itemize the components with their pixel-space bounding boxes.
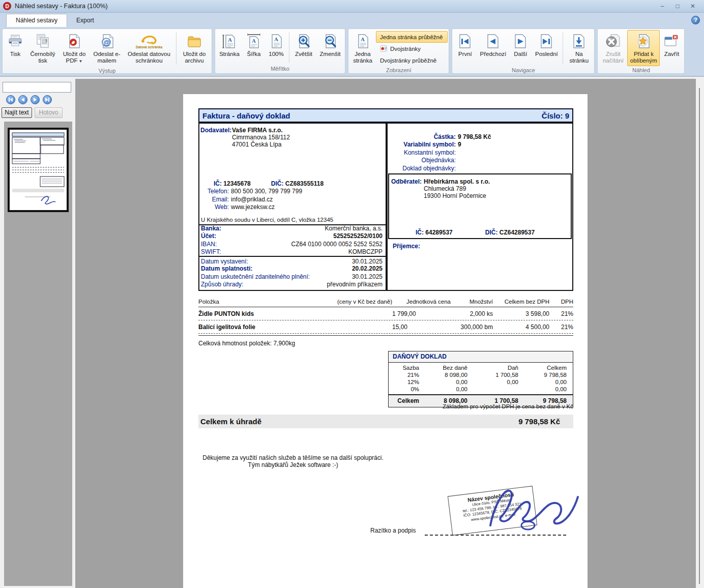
result-last-icon[interactable] bbox=[43, 95, 52, 104]
send-email-button[interactable]: @ Odeslat e-mailem bbox=[90, 30, 124, 66]
bw-print-button[interactable]: Černobílý tisk bbox=[27, 30, 58, 66]
ks-label: Konstantní symbol: bbox=[388, 149, 458, 156]
star-icon bbox=[635, 32, 652, 50]
first-page-button[interactable]: První bbox=[453, 30, 477, 60]
tab-export[interactable]: Export bbox=[67, 14, 103, 27]
vs-value: 9 bbox=[458, 141, 461, 148]
add-favorite-button[interactable]: Přidat k oblíbeným bbox=[627, 30, 660, 66]
due-label: Datum splatnosti: bbox=[201, 265, 252, 272]
taxable-value: 30.01.2025 bbox=[352, 273, 383, 280]
iban-value: CZ64 0100 0000 0052 5252 5252 bbox=[291, 241, 383, 248]
swift-label: SWIFT: bbox=[201, 248, 221, 255]
col-total: Celkem bez DPH bbox=[493, 299, 549, 305]
ribbon-group-nahled: Zrušit načítání Přidat k oblíbeným Zavří… bbox=[597, 28, 685, 74]
two-pages-item[interactable]: Dvojstránky bbox=[376, 43, 448, 54]
last-page-icon bbox=[538, 32, 554, 50]
save-pdf-label: Uložit do PDF▼ bbox=[61, 51, 88, 65]
window-title: Náhled sestavy - Faktura (100%) bbox=[15, 3, 108, 10]
iban-label: IBAN: bbox=[201, 241, 217, 248]
next-page-label: Další bbox=[514, 51, 527, 57]
close-button[interactable]: ✕ bbox=[689, 3, 697, 10]
single-page-continuous-label: Jedna stránka průběžně bbox=[380, 34, 443, 40]
search-input[interactable] bbox=[3, 82, 71, 93]
fit-width-button[interactable]: A Šířka bbox=[243, 30, 265, 60]
svg-text:A: A bbox=[228, 37, 232, 43]
payment-method-value: převodním příkazem bbox=[327, 281, 383, 288]
group-label-zobrazeni: Zobrazení bbox=[349, 66, 448, 75]
issued-value: 30.01.2025 bbox=[352, 258, 383, 265]
item-name: Židle PUNTON kids bbox=[198, 310, 392, 317]
page-thumbnail[interactable] bbox=[8, 128, 69, 212]
bank-name: Komerční banka, a.s. bbox=[325, 225, 383, 232]
single-page-button[interactable]: A Jedna stránka bbox=[349, 30, 376, 66]
minimize-button[interactable]: – bbox=[658, 3, 666, 10]
supplier-name: Vaše FIRMA s.r.o. bbox=[232, 127, 290, 134]
vertical-scrollbar[interactable] bbox=[696, 79, 704, 588]
swift-value: KOMBCZPP bbox=[348, 248, 383, 255]
ribbon-tab-bar: Náhled sestavy Export ? bbox=[0, 13, 704, 27]
customer-name: Hřebírkárna spol. s r.o. bbox=[424, 178, 490, 185]
total-due-bar: Celkem k úhradě 9 798,58 Kč bbox=[198, 415, 573, 428]
two-pages-continuous-item[interactable]: Dvojstránky průběžně bbox=[376, 54, 448, 66]
item-qty: 2,000 ks bbox=[451, 310, 493, 317]
supplier-phone-label: Telefon: bbox=[199, 188, 231, 195]
item-total: 3 598,00 bbox=[493, 310, 549, 317]
zoom-100-icon: A bbox=[268, 32, 284, 50]
find-text-button[interactable]: Najít text bbox=[2, 107, 32, 118]
next-page-button[interactable]: Další bbox=[509, 30, 532, 60]
result-prev-icon[interactable] bbox=[18, 95, 27, 104]
fit-width-icon: A bbox=[246, 32, 262, 50]
col-qty: Množství bbox=[451, 299, 493, 305]
supplier-email-label: Email: bbox=[199, 196, 231, 203]
save-archive-button[interactable]: Uložit do archivu bbox=[178, 30, 211, 66]
item-row: Balící igelitová folie 15,00 300,000 bm … bbox=[198, 320, 573, 334]
svg-text:A: A bbox=[361, 36, 365, 42]
tax-col-base: Bez daně bbox=[420, 364, 468, 371]
tax-table: DAŇOVÝ DOKLAD Sazba Bez daně Daň Celkem … bbox=[388, 351, 573, 407]
sidebar: Najít text Hotovo bbox=[0, 79, 75, 588]
close-preview-label: Zavřít bbox=[664, 51, 679, 57]
zoom-100-button[interactable]: A 100% bbox=[265, 30, 287, 60]
single-page-continuous-item[interactable]: Jedna stránka průběžně bbox=[376, 31, 448, 43]
save-pdf-button[interactable]: Uložit do PDF▼ bbox=[58, 30, 90, 67]
cancel-loading-label: Zrušit načítání bbox=[601, 51, 625, 64]
supplier-web: www.jezeksw.cz bbox=[231, 203, 275, 211]
payment-method-label: Způsob úhrady: bbox=[201, 281, 243, 288]
dropdown-arrow-icon: ▼ bbox=[79, 59, 83, 64]
tab-nahled-sestavy[interactable]: Náhled sestavy bbox=[6, 14, 67, 27]
item-row: Židle PUNTON kids 1 799,00 2,000 ks 3 59… bbox=[198, 307, 573, 320]
supplier-registry: U Krajského soudu v Liberci, oddíl C, vl… bbox=[201, 217, 333, 223]
bw-print-label: Černobílý tisk bbox=[29, 51, 56, 64]
databox-icon: Datová schránka bbox=[136, 32, 162, 50]
done-button: Hotovo bbox=[35, 107, 63, 118]
go-to-page-button[interactable]: Na stránku bbox=[565, 30, 593, 66]
close-preview-button[interactable]: Zavřít bbox=[660, 30, 683, 60]
maximize-button[interactable]: □ bbox=[673, 3, 682, 10]
print-button[interactable]: Tisk bbox=[4, 30, 27, 60]
result-next-icon[interactable] bbox=[31, 95, 40, 104]
zoom-in-button[interactable]: Zvětšit bbox=[291, 30, 316, 60]
zoom-in-icon bbox=[296, 32, 312, 50]
amount-label: Částka: bbox=[388, 133, 458, 140]
result-first-icon[interactable] bbox=[6, 95, 15, 104]
prev-page-button[interactable]: Předchozí bbox=[477, 30, 509, 60]
customer-ic: 64289537 bbox=[425, 229, 452, 236]
weight-note: Celková hmotnost položek: 7,900kg bbox=[198, 336, 573, 347]
customer-dic: CZ64289537 bbox=[500, 229, 535, 236]
main-area: Najít text Hotovo bbox=[0, 79, 704, 588]
send-databox-button[interactable]: Datová schránka Odeslat datovou schránko… bbox=[124, 30, 174, 66]
customer-ic-label: IČ: bbox=[416, 229, 424, 236]
supplier-dic-label: DIČ: bbox=[271, 180, 284, 187]
help-icon[interactable]: ? bbox=[691, 16, 700, 24]
col-note: (ceny v Kč bez daně) bbox=[285, 299, 392, 305]
tax-row: 12%0,000,000,00 bbox=[389, 378, 573, 386]
last-page-button[interactable]: Poslední bbox=[532, 30, 561, 60]
zoom-100-label: 100% bbox=[269, 51, 283, 57]
supplier-dic: CZ683555118 bbox=[285, 180, 324, 187]
zoom-out-button[interactable]: Zmenšit bbox=[316, 30, 344, 60]
col-vat: DPH bbox=[549, 299, 573, 305]
scrollbar-thumb[interactable] bbox=[699, 88, 700, 584]
fit-page-button[interactable]: A Stránka bbox=[216, 30, 243, 60]
supplier-phone: 800 500 300, 799 799 799 bbox=[231, 188, 302, 195]
folder-icon bbox=[186, 32, 202, 50]
